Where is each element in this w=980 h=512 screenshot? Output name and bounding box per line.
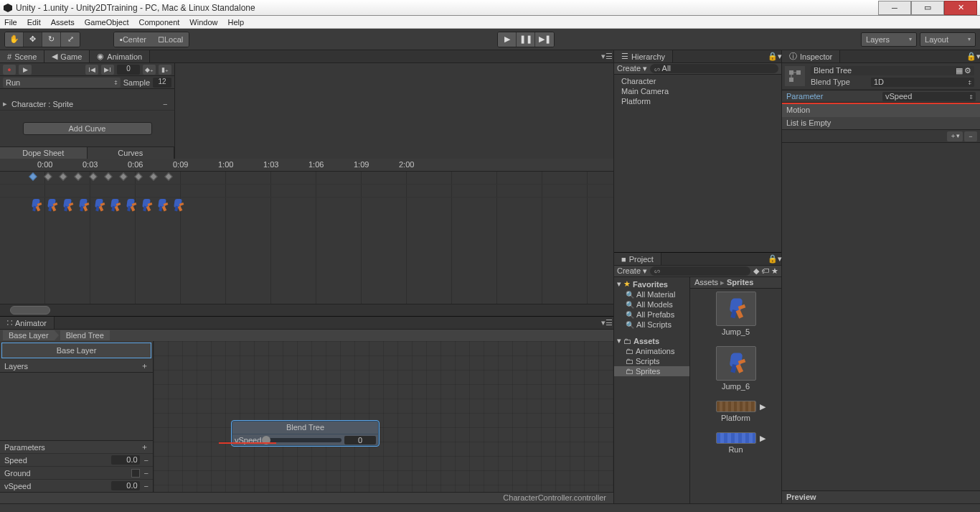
asset-item[interactable]: ▶ Platform bbox=[716, 401, 756, 422]
keyframe[interactable] bbox=[134, 172, 142, 180]
keyframe[interactable] bbox=[104, 172, 112, 180]
property-row[interactable]: ▸ Character : Sprite − bbox=[0, 98, 174, 111]
tab-menu-icon[interactable]: ▾☰ bbox=[600, 50, 613, 62]
expand-icon[interactable]: ▶ bbox=[760, 434, 765, 443]
hierarchy-item[interactable]: Main Camera bbox=[614, 86, 781, 96]
blend-type-dropdown[interactable]: 1D‡ bbox=[871, 78, 974, 87]
add-layer-button[interactable]: ＋ bbox=[141, 360, 149, 371]
param-checkbox[interactable] bbox=[131, 469, 140, 478]
step-button[interactable]: ▶❚ bbox=[535, 32, 554, 47]
add-curve-button[interactable]: Add Curve bbox=[23, 122, 152, 135]
expand-icon[interactable]: ▾ bbox=[617, 279, 621, 289]
hierarchy-create-dropdown[interactable]: Create ▾ bbox=[617, 64, 647, 73]
keyframe[interactable] bbox=[89, 172, 97, 180]
menu-assets[interactable]: Assets bbox=[51, 18, 75, 27]
hierarchy-tab[interactable]: ☰Hierarchy bbox=[614, 50, 673, 62]
animation-timeline[interactable]: 0:00 0:03 0:06 0:09 1:00 1:03 1:06 1:09 … bbox=[0, 159, 613, 316]
keyframe[interactable] bbox=[149, 172, 157, 180]
dopesheet-tab[interactable]: Dope Sheet bbox=[0, 147, 88, 159]
anim-play-button[interactable]: ▶ bbox=[19, 65, 32, 75]
favorite-item[interactable]: 🔍All Scripts bbox=[614, 320, 689, 330]
play-button[interactable]: ▶ bbox=[498, 32, 517, 47]
animator-graph[interactable]: Blend Tree vSpeed 0 bbox=[154, 341, 613, 492]
asset-item[interactable]: Jump_5 bbox=[716, 292, 756, 336]
crumb[interactable]: Sprites bbox=[727, 278, 753, 287]
parameter-dropdown[interactable]: vSpeed‡ bbox=[882, 92, 976, 101]
blend-tree-node[interactable]: Blend Tree vSpeed 0 bbox=[231, 420, 380, 447]
space-toggle[interactable]: ◻ Local bbox=[152, 32, 189, 47]
blend-tree-name-field[interactable]: Blend Tree▦⚙ bbox=[811, 66, 974, 75]
timeline-ruler[interactable]: 0:00 0:03 0:06 0:09 1:00 1:03 1:06 1:09 … bbox=[0, 159, 613, 172]
project-search[interactable]: ᔕ bbox=[650, 266, 750, 276]
menu-file[interactable]: File bbox=[4, 18, 17, 27]
menu-help[interactable]: Help bbox=[227, 18, 244, 27]
layout-dropdown[interactable]: Layout▾ bbox=[920, 32, 976, 47]
expand-icon[interactable]: ▸ bbox=[3, 99, 11, 108]
expand-icon[interactable]: ▶ bbox=[760, 402, 765, 411]
asset-item[interactable]: Jump_6 bbox=[716, 346, 756, 391]
keyframe[interactable] bbox=[59, 172, 67, 180]
sample-field[interactable]: 12 bbox=[153, 78, 171, 88]
pause-button[interactable]: ❚❚ bbox=[517, 32, 535, 47]
hierarchy-item[interactable]: Platform bbox=[614, 96, 781, 106]
remove-motion-button[interactable]: − bbox=[964, 131, 977, 141]
scene-tab[interactable]: #Scene bbox=[0, 50, 44, 62]
next-key-button[interactable]: ▶I bbox=[101, 65, 114, 75]
animator-tab[interactable]: ⸬Animator bbox=[0, 317, 55, 329]
animation-tab[interactable]: ◉Animation bbox=[90, 50, 150, 62]
expand-icon[interactable]: ▾ bbox=[617, 336, 621, 345]
prev-key-button[interactable]: I◀ bbox=[85, 65, 98, 75]
minimize-button[interactable]: ─ bbox=[878, 1, 911, 15]
timeline-body[interactable] bbox=[0, 172, 613, 304]
add-event-button[interactable]: ▮₊ bbox=[159, 65, 171, 75]
hand-tool[interactable]: ✋ bbox=[5, 32, 24, 47]
keyframe[interactable] bbox=[29, 172, 37, 180]
filter-icon[interactable]: 🏷 bbox=[761, 266, 769, 275]
layers-dropdown[interactable]: Layers▾ bbox=[861, 32, 917, 47]
hierarchy-item[interactable]: Character bbox=[614, 76, 781, 86]
layer-base-layer[interactable]: Base Layer bbox=[1, 343, 151, 358]
inspector-tab[interactable]: ⓘInspector bbox=[782, 50, 840, 62]
favorite-item[interactable]: 🔍All Material bbox=[614, 289, 689, 299]
clip-dropdown[interactable]: Run‡ bbox=[3, 78, 121, 88]
filter-icon[interactable]: ◆ bbox=[753, 266, 759, 275]
remove-prop-icon[interactable]: − bbox=[163, 100, 171, 108]
param-row-ground[interactable]: Ground − bbox=[0, 466, 153, 479]
folder-item[interactable]: 🗀Animations bbox=[614, 346, 689, 356]
crumb-base-layer[interactable]: Base Layer bbox=[3, 330, 55, 340]
move-tool[interactable]: ✥ bbox=[24, 32, 42, 47]
menu-window[interactable]: Window bbox=[189, 18, 217, 27]
keyframe[interactable] bbox=[164, 172, 172, 180]
folder-item[interactable]: 🗀Sprites bbox=[614, 366, 689, 376]
lock-icon[interactable]: 🔒 bbox=[768, 254, 778, 264]
rotate-tool[interactable]: ↻ bbox=[42, 32, 61, 47]
asset-item[interactable]: ▶ Run bbox=[716, 432, 756, 454]
game-tab[interactable]: ◀Game bbox=[44, 50, 90, 62]
menu-gameobject[interactable]: GameObject bbox=[85, 18, 129, 27]
remove-param-icon[interactable]: − bbox=[144, 456, 149, 465]
timeline-scrollbar[interactable] bbox=[0, 304, 613, 316]
keyframe[interactable] bbox=[74, 172, 82, 180]
favorite-item[interactable]: 🔍All Prefabs bbox=[614, 309, 689, 320]
param-row-speed[interactable]: Speed 0.0− bbox=[0, 453, 153, 466]
param-row-vspeed[interactable]: vSpeed 0.0− bbox=[0, 479, 153, 492]
crumb[interactable]: Assets bbox=[694, 278, 718, 287]
frame-field[interactable]: 0 bbox=[117, 65, 140, 75]
add-parameter-button[interactable]: ＋ bbox=[141, 442, 149, 452]
project-create-dropdown[interactable]: Create ▾ bbox=[617, 266, 647, 276]
menu-edit[interactable]: Edit bbox=[27, 18, 41, 27]
pivot-toggle[interactable]: ▪ Center bbox=[114, 32, 152, 47]
favorite-item[interactable]: 🔍All Models bbox=[614, 299, 689, 309]
add-key-button[interactable]: ◆₊ bbox=[143, 65, 156, 75]
preview-header[interactable]: Preview bbox=[782, 490, 980, 503]
tab-menu-icon[interactable]: ▾ bbox=[976, 52, 980, 61]
lock-icon[interactable]: 🔒 bbox=[966, 52, 976, 61]
scale-tool[interactable]: ⤢ bbox=[61, 32, 80, 47]
crumb-blend-tree[interactable]: Blend Tree bbox=[60, 330, 110, 340]
filter-icon[interactable]: ★ bbox=[771, 266, 778, 275]
add-motion-button[interactable]: ＋▾ bbox=[947, 131, 963, 141]
remove-param-icon[interactable]: − bbox=[144, 482, 149, 490]
curves-tab[interactable]: Curves bbox=[88, 147, 175, 159]
record-button[interactable]: ● bbox=[3, 65, 16, 75]
help-icon[interactable]: ▦ bbox=[956, 66, 963, 75]
